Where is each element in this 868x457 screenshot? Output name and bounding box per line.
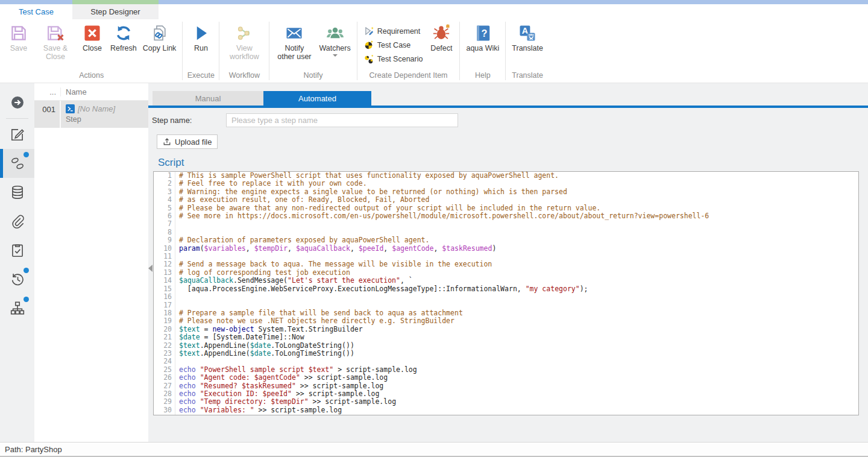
line-number: 30 [154,406,175,414]
run-icon [192,23,210,43]
test-case-button[interactable]: Test Case [360,38,427,52]
translate-button[interactable]: ATranslate [509,20,546,52]
sidebar-item-edit[interactable] [0,120,34,149]
refresh-button[interactable]: Refresh [107,20,140,52]
watchers-icon [326,23,344,43]
notification-badge [24,268,29,273]
code-editor[interactable]: 1# This is sample PowerShell script that… [153,171,859,415]
code-line: 29echo "Temp directory: $tempDir" >> scr… [154,398,858,406]
save-icon [10,23,28,43]
upload-file-button[interactable]: Upload file [157,134,218,149]
step-name-label: Step name: [152,116,226,125]
copy-link-icon [151,23,169,43]
line-number: 8 [154,228,175,236]
translate-icon: A [518,23,536,43]
sidebar-item-database[interactable] [0,178,34,207]
steps-column-name: Name [61,87,87,96]
view-workflow-button: View workflow [222,20,266,61]
upload-icon [163,137,171,146]
sidebar-divider [6,118,28,119]
workflow-icon [235,23,253,43]
step-number: 001 [34,101,61,128]
code-line: 31 [154,414,858,415]
close-icon [83,23,101,43]
code-line: 4# as execution result, one of: Ready, B… [154,196,858,204]
aqua-wiki-button[interactable]: ?aqua Wiki [463,20,502,52]
test-scenario-button[interactable]: Test Scenario [360,52,427,66]
group-separator [459,22,460,80]
run-button[interactable]: Run [186,20,216,52]
sidebar-item-checklist[interactable] [0,236,34,265]
requirement-icon [364,26,374,36]
sidebar-item-attachments[interactable] [0,207,34,236]
save-close-icon [46,23,64,43]
button-label: Save [10,44,28,52]
notify-other-user-button[interactable]: Notify other user [272,20,316,61]
code-line: 8 [154,228,858,236]
line-number: 15 [154,285,175,293]
code-line: 2# Feel free to replace it with your own… [154,180,858,188]
collapse-panel-handle[interactable] [148,265,153,272]
code-line: 25echo "PowerShell sample script $text" … [154,366,858,374]
step-name-input[interactable] [226,113,458,127]
line-number: 18 [154,309,175,317]
ribbon-tab-step-designer[interactable]: Step Designer [72,4,159,19]
code-line: 11 [154,253,858,260]
code-line: 7 [154,220,858,228]
requirement-button[interactable]: Requirement [360,24,427,38]
line-number: 28 [154,390,175,398]
close-button[interactable]: Close [77,20,107,52]
sidebar-item-go-to[interactable] [0,88,34,117]
tab-automated[interactable]: Automated [263,91,371,106]
sidebar-item-history[interactable] [0,265,34,294]
button-label: aqua Wiki [466,44,499,52]
status-bar: Path: PartyShop [0,442,868,457]
contextual-tab-accent [72,0,159,4]
copy-link-button[interactable]: Copy Link [140,20,180,52]
ribbon-group-label: Actions [4,70,179,83]
sidebar-item-steps[interactable] [0,149,34,178]
line-number: 19 [154,317,175,325]
line-number: 14 [154,277,175,285]
code-line: 13# log of corresponding test job execut… [154,269,858,277]
button-label: Watchers [319,44,350,52]
step-row[interactable]: 001[No Name]Step [34,101,148,128]
line-number: 29 [154,398,175,406]
save-button: Save [4,20,34,52]
powershell-icon [66,104,75,113]
code-line: 16 [154,293,858,301]
button-label: Notify other user [275,44,313,61]
step-title: [No Name] [78,104,115,113]
ribbon: SaveSave & CloseCloseRefreshCopy LinkAct… [0,19,868,83]
code-line: 26echo "Agent code: $agentCode" >> scrip… [154,374,858,382]
attachments-icon [10,213,25,229]
line-number: 6 [154,212,175,220]
watchers-button[interactable]: Watchers [316,20,353,57]
button-label: Refresh [110,44,137,52]
notification-badge [24,297,29,302]
status-path: Path: PartyShop [5,445,62,454]
line-number: 26 [154,374,175,382]
main-area: ... Name 001[No Name]Step Manual Automat… [0,83,868,442]
ribbon-group-notify: Notify other userWatchersNotify [270,19,356,83]
defect-icon [432,23,451,43]
code-line: 19# Please note we use .NET objects here… [154,317,858,325]
group-separator [219,22,219,80]
line-number: 13 [154,269,175,277]
sidebar-item-dependencies[interactable] [0,294,34,323]
go-to-icon [10,95,25,110]
script-heading: Script [158,157,868,169]
step-name-row: Step name: [152,113,868,127]
code-line: 10param($variables, $tempDir, $aquaCallb… [154,245,858,253]
defect-button[interactable]: Defect [426,20,456,52]
tab-manual[interactable]: Manual [153,91,263,106]
svg-text:?: ? [481,27,487,38]
code-line: 3# Warning: the engine expects a single … [154,188,858,196]
line-number: 2 [154,180,175,188]
button-label: Close [83,44,102,52]
code-line: 14$aquaCallback.SendMessage("Let's start… [154,277,858,285]
step-editor: Manual Automated Step name: Upload file … [148,83,868,442]
code-line: 22$text.AppendLine($date.ToLongDateStrin… [154,342,858,350]
steps-panel: ... Name 001[No Name]Step [34,83,148,442]
ribbon-tab-test-case[interactable]: Test Case [18,4,54,19]
